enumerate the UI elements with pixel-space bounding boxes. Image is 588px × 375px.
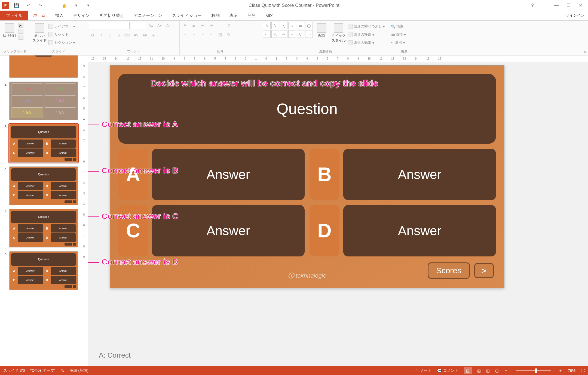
- decrease-indent-icon[interactable]: ⇤: [199, 22, 206, 29]
- qat-more2-icon[interactable]: ▾: [83, 1, 93, 10]
- shape-rect-icon[interactable]: ▭: [297, 22, 304, 29]
- bullets-icon[interactable]: ≡: [181, 22, 189, 29]
- align-right-icon[interactable]: ≡: [199, 31, 206, 38]
- shape-fill-button[interactable]: 図形の塗りつぶし ▾: [348, 23, 385, 30]
- tab-file[interactable]: ファイル: [0, 11, 28, 20]
- replace-button[interactable]: ab置換 ▾: [391, 31, 406, 38]
- save-icon[interactable]: 💾: [11, 1, 21, 10]
- reset-button[interactable]: リセット: [48, 31, 75, 38]
- question-box[interactable]: Question: [118, 74, 496, 144]
- shape-line2-icon[interactable]: ╲: [280, 22, 287, 29]
- slide-thumbnail-2[interactable]: ★ 188 188 188 188 188 188: [9, 82, 78, 120]
- slide-canvas[interactable]: Question AAnswer BAnswer CAnswer DAnswer…: [110, 65, 504, 288]
- format-painter-icon[interactable]: [19, 35, 23, 40]
- shape-outline-button[interactable]: 図形の枠線 ▾: [348, 31, 385, 38]
- shape-textbox-icon[interactable]: A: [263, 22, 271, 29]
- scores-button[interactable]: Scores: [428, 262, 470, 279]
- section-button[interactable]: セクション ▾: [48, 39, 75, 46]
- numbering-icon[interactable]: ≣: [190, 22, 198, 29]
- answer-body-b[interactable]: Answer: [343, 149, 496, 200]
- qat-more-icon[interactable]: ▾: [71, 1, 81, 10]
- maximize-icon[interactable]: ☐: [562, 1, 574, 10]
- shape-rect2-icon[interactable]: ▭: [263, 30, 271, 38]
- shape-effects-button[interactable]: 図形の効果 ▾: [348, 39, 385, 46]
- view-normal-icon[interactable]: ▤: [464, 367, 472, 374]
- undo-icon[interactable]: ↶: [23, 1, 33, 10]
- paste-button[interactable]: 貼り付け: [2, 22, 17, 38]
- slide-thumbnail-panel[interactable]: Class Quiz START 2 ★ 188 188 188 188 188…: [0, 55, 80, 366]
- answer-letter-d[interactable]: D: [310, 205, 339, 256]
- zoom-in-icon[interactable]: ＋: [559, 368, 562, 373]
- copy-icon[interactable]: [19, 29, 23, 34]
- answer-body-c[interactable]: Answer: [152, 205, 305, 256]
- font-family-select[interactable]: [89, 22, 130, 29]
- tab-mix[interactable]: MIX: [261, 11, 278, 20]
- touch-mode-icon[interactable]: ☝: [59, 1, 69, 10]
- layout-button[interactable]: レイアウト ▾: [48, 23, 75, 30]
- decrease-font-icon[interactable]: A▾: [156, 22, 163, 29]
- tab-home[interactable]: ホーム: [28, 11, 50, 20]
- bold-button[interactable]: B: [89, 32, 96, 39]
- answer-letter-a[interactable]: A: [118, 149, 148, 200]
- ribbon-display-icon[interactable]: ⬚: [538, 1, 550, 10]
- close-icon[interactable]: ✕: [574, 1, 586, 10]
- help-icon[interactable]: ?: [526, 1, 538, 10]
- line-spacing-icon[interactable]: ↕: [216, 22, 224, 29]
- notes-preview[interactable]: A: Correct: [99, 351, 131, 359]
- spellcheck-icon[interactable]: ✎: [61, 368, 64, 373]
- comments-button[interactable]: 💬コメント: [437, 368, 458, 373]
- change-case-button[interactable]: Aa: [141, 32, 149, 39]
- font-size-select[interactable]: [131, 22, 146, 29]
- font-color-button[interactable]: A: [150, 32, 157, 39]
- start-slideshow-icon[interactable]: ▢: [47, 1, 57, 10]
- char-spacing-button[interactable]: AV: [132, 32, 140, 39]
- shapes-gallery[interactable]: A ╲ ╲ ↘ ▭ ◯ ▭ △ ⇨ ☆ ⬡ ⋯: [263, 22, 313, 38]
- slide-thumbnail-4[interactable]: Question AAnswer BAnswer CAnswer DAnswer: [9, 166, 78, 205]
- slide-thumbnail-3[interactable]: Question AAnswer BAnswer CAnswer DAnswer: [9, 124, 78, 163]
- notes-button[interactable]: ≐ノート: [415, 368, 431, 373]
- shape-arrow2-icon[interactable]: ⇨: [280, 30, 287, 38]
- slide-thumbnail-6[interactable]: Question AAnswer BAnswer CAnswer DAnswer: [9, 251, 78, 290]
- columns-icon[interactable]: ▥: [216, 31, 224, 38]
- sign-in-link[interactable]: サインイン: [566, 11, 588, 20]
- tab-animation[interactable]: アニメーション: [129, 11, 167, 20]
- tab-view[interactable]: 表示: [225, 11, 243, 20]
- collapse-ribbon-icon[interactable]: ᴧ: [584, 50, 586, 54]
- align-left-icon[interactable]: ≡: [181, 31, 189, 38]
- tab-slideshow[interactable]: スライド ショー: [167, 11, 207, 20]
- zoom-slider-thumb[interactable]: [535, 368, 537, 373]
- shape-hex-icon[interactable]: ⬡: [297, 30, 304, 38]
- tab-insert[interactable]: 挿入: [50, 11, 68, 20]
- slide-thumbnail-1[interactable]: Class Quiz START: [9, 55, 78, 78]
- view-sorter-icon[interactable]: ▦: [477, 368, 481, 373]
- shape-triangle-icon[interactable]: △: [271, 30, 279, 38]
- tab-design[interactable]: デザイン: [68, 11, 94, 20]
- clear-format-icon[interactable]: A⃠: [164, 22, 172, 29]
- tab-review[interactable]: 校閲: [207, 11, 225, 20]
- answer-body-a[interactable]: Answer: [152, 149, 305, 200]
- text-shadow-button[interactable]: S: [115, 32, 122, 39]
- next-button[interactable]: >: [474, 263, 494, 278]
- slide-thumbnail-5[interactable]: Question AAnswer BAnswer CAnswer DAnswer: [9, 209, 78, 247]
- language-indicator[interactable]: 英語 (英国): [70, 368, 88, 373]
- zoom-slider[interactable]: [516, 370, 551, 371]
- smartart-icon[interactable]: ⧉: [225, 31, 232, 38]
- answer-body-d[interactable]: Answer: [343, 205, 496, 256]
- shape-arrow-icon[interactable]: ↘: [288, 22, 296, 29]
- redo-icon[interactable]: ↷: [35, 1, 45, 10]
- increase-indent-icon[interactable]: ⇥: [207, 22, 215, 29]
- shape-line-icon[interactable]: ╲: [271, 22, 279, 29]
- cut-icon[interactable]: ✂: [19, 23, 23, 28]
- shape-oval-icon[interactable]: ◯: [305, 22, 313, 29]
- answer-letter-c[interactable]: C: [118, 205, 148, 256]
- strikethrough-button[interactable]: abc: [124, 32, 131, 39]
- find-button[interactable]: 🔍検索: [391, 23, 406, 30]
- tab-developer[interactable]: 開発: [243, 11, 261, 20]
- zoom-percent[interactable]: 79%: [568, 368, 575, 373]
- select-button[interactable]: ↖選択 ▾: [391, 39, 406, 46]
- new-slide-button[interactable]: 新しい スライド: [32, 22, 47, 43]
- text-direction-icon[interactable]: ⇵: [225, 22, 232, 29]
- zoom-out-icon[interactable]: －: [504, 368, 508, 373]
- answer-letter-b[interactable]: B: [310, 149, 339, 200]
- minimize-icon[interactable]: —: [550, 1, 562, 10]
